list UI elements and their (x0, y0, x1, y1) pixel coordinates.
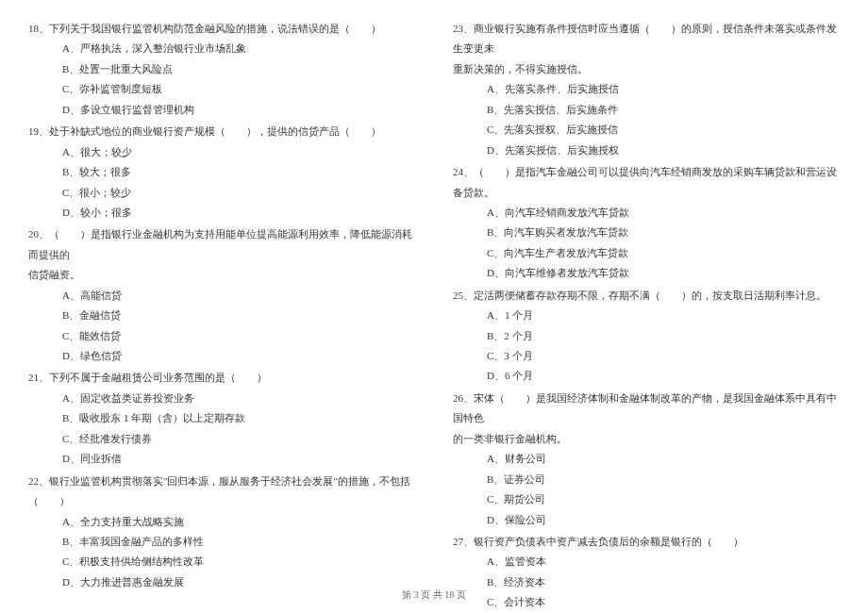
page-columns: 18、下列关于我国银行监管机构防范金融风险的措施，说法错误的是（ ） A、严格执… (28, 19, 840, 566)
option-d: D、同业拆借 (28, 449, 415, 469)
option-c: C、向汽车生产者发放汽车贷款 (453, 243, 840, 263)
left-column: 18、下列关于我国银行监管机构防范金融风险的措施，说法错误的是（ ） A、严格执… (28, 19, 415, 566)
option-b: B、较大；很多 (28, 162, 415, 182)
option-a: A、固定收益类证券投资业务 (28, 389, 415, 408)
option-c: C、能效信贷 (28, 326, 415, 346)
question-text: 22、银行业监管机构贯彻落实"回归本源，服从服务于经济社会发展"的措施，不包括（… (28, 472, 415, 512)
question-text: 24、（ ）是指汽车金融公司可以提供向汽车经销商发放的采购车辆贷款和营运设备贷款… (453, 162, 840, 203)
option-d: D、6 个月 (453, 366, 840, 386)
question-continuation: 信贷融资。 (28, 265, 415, 285)
option-d: D、较小；很多 (28, 203, 415, 223)
option-a: A、全力支持重大战略实施 (28, 512, 415, 532)
question-text: 27、银行资产负债表中资产减去负债后的余额是银行的（ ） (453, 532, 840, 552)
option-c: C、期货公司 (453, 489, 840, 509)
option-c: C、积极支持供给侧结构性改革 (28, 552, 415, 572)
question-text: 20、（ ）是指银行业金融机构为支持用能单位提高能源利用效率，降低能源消耗而提供… (28, 224, 415, 265)
question-continuation: 的一类非银行金融机构。 (453, 429, 840, 449)
option-b: B、先落实授信、后实施条件 (453, 100, 840, 120)
question-21: 21、下列不属于金融租赁公司业务范围的是（ ） A、固定收益类证券投资业务 B、… (28, 368, 415, 469)
option-b: B、处置一批重大风险点 (28, 59, 415, 79)
option-a: A、监管资本 (453, 552, 840, 572)
option-d: D、向汽车维修者发放汽车贷款 (453, 263, 840, 283)
option-c: C、3 个月 (453, 346, 840, 366)
option-b: B、吸收股东 1 年期（含）以上定期存款 (28, 408, 415, 428)
right-column: 23、商业银行实施有条件授信时应当遵循（ ）的原则，授信条件未落实或条件发生变更… (453, 19, 840, 566)
option-a: A、1 个月 (453, 306, 840, 325)
option-d: D、绿色信贷 (28, 346, 415, 366)
question-text: 26、宋体（ ）是我国经济体制和金融体制改革的产物，是我国金融体系中具有中国特色 (453, 389, 840, 429)
option-b: B、向汽车购买者发放汽车贷款 (453, 223, 840, 242)
question-26: 26、宋体（ ）是我国经济体制和金融体制改革的产物，是我国金融体系中具有中国特色… (453, 389, 840, 530)
question-23: 23、商业银行实施有条件授信时应当遵循（ ）的原则，授信条件未落实或条件发生变更… (453, 19, 840, 160)
option-a: A、很大；较少 (28, 142, 415, 162)
question-text: 21、下列不属于金融租赁公司业务范围的是（ ） (28, 368, 415, 388)
question-25: 25、定活两便储蓄存款存期不限，存期不满（ ）的，按支取日活期利率计息。 A、1… (453, 286, 840, 387)
question-text: 25、定活两便储蓄存款存期不限，存期不满（ ）的，按支取日活期利率计息。 (453, 286, 840, 306)
option-d: D、先落实授信、后实施授权 (453, 141, 840, 160)
option-a: A、财务公司 (453, 449, 840, 469)
question-20: 20、（ ）是指银行业金融机构为支持用能单位提高能源利用效率，降低能源消耗而提供… (28, 224, 415, 366)
question-text: 19、处于补缺式地位的商业银行资产规模（ ），提供的信贷产品（ ） (28, 122, 415, 141)
question-19: 19、处于补缺式地位的商业银行资产规模（ ），提供的信贷产品（ ） A、很大；较… (28, 122, 415, 223)
option-b: B、金融信贷 (28, 306, 415, 325)
option-d: D、保险公司 (453, 510, 840, 530)
question-24: 24、（ ）是指汽车金融公司可以提供向汽车经销商发放的采购车辆贷款和营运设备贷款… (453, 162, 840, 284)
question-text: 18、下列关于我国银行监管机构防范金融风险的措施，说法错误的是（ ） (28, 19, 415, 39)
option-a: A、严格执法，深入整治银行业市场乱象 (28, 39, 415, 58)
option-a: A、先落实条件、后实施授信 (453, 79, 840, 99)
option-a: A、向汽车经销商发放汽车贷款 (453, 203, 840, 223)
question-18: 18、下列关于我国银行监管机构防范金融风险的措施，说法错误的是（ ） A、严格执… (28, 19, 415, 120)
option-b: B、2 个月 (453, 326, 840, 346)
option-b: B、证券公司 (453, 470, 840, 489)
option-c: C、很小；较少 (28, 183, 415, 203)
option-c: C、先落实授权、后实施授信 (453, 120, 840, 140)
option-c: C、经批准发行债券 (28, 429, 415, 449)
question-22: 22、银行业监管机构贯彻落实"回归本源，服从服务于经济社会发展"的措施，不包括（… (28, 472, 415, 593)
page-footer: 第 3 页 共 18 页 (0, 588, 868, 602)
question-continuation: 重新决策的，不得实施授信。 (453, 59, 840, 79)
option-a: A、高能信贷 (28, 286, 415, 306)
option-b: B、丰富我国金融产品的多样性 (28, 532, 415, 552)
option-d: D、多设立银行监督管理机构 (28, 100, 415, 120)
question-text: 23、商业银行实施有条件授信时应当遵循（ ）的原则，授信条件未落实或条件发生变更… (453, 19, 840, 59)
option-c: C、弥补监管制度短板 (28, 79, 415, 99)
